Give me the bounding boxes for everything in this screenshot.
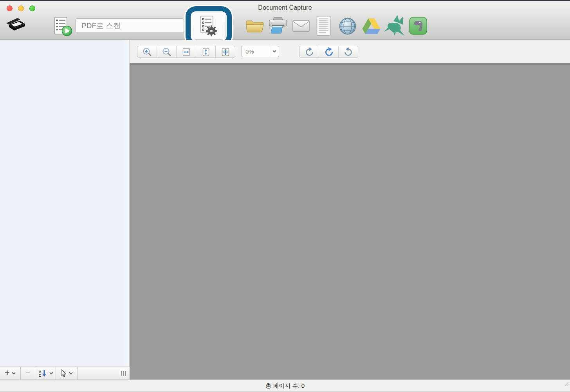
zoom-button-group bbox=[137, 46, 235, 58]
document-icon[interactable] bbox=[316, 16, 331, 36]
hummingbird-icon[interactable] bbox=[384, 15, 407, 36]
window-resize-grip[interactable] bbox=[563, 381, 569, 386]
document-preview-area bbox=[130, 63, 570, 379]
zoom-out-icon bbox=[162, 47, 171, 57]
fit-page-icon bbox=[221, 47, 230, 57]
scan-profile-select[interactable]: PDF로 스캔 bbox=[75, 18, 184, 33]
folder-icon[interactable] bbox=[246, 19, 264, 32]
zoom-level-value: 0% bbox=[242, 48, 270, 55]
window-title: Document Capture bbox=[0, 4, 570, 11]
zoom-level-select[interactable]: 0% bbox=[241, 46, 279, 57]
titlebar-toolbar: Document Capture bbox=[0, 1, 570, 40]
add-label: + bbox=[5, 369, 10, 377]
google-drive-icon[interactable] bbox=[362, 18, 381, 34]
scan-button[interactable] bbox=[54, 17, 72, 36]
rotate-button-group bbox=[299, 46, 358, 58]
select-tool-button[interactable] bbox=[56, 367, 77, 379]
status-bar: 총 페이지 수: 0 bbox=[0, 379, 570, 392]
rotate-left-icon bbox=[304, 47, 314, 57]
scan-profile-value: PDF로 스캔 bbox=[76, 21, 121, 31]
sort-az-icon: A Z bbox=[38, 369, 47, 377]
cursor-icon bbox=[61, 369, 67, 377]
fit-width-button[interactable] bbox=[177, 46, 196, 58]
chevron-down-icon bbox=[69, 372, 73, 375]
mail-icon[interactable] bbox=[292, 20, 310, 32]
job-list-panel bbox=[0, 40, 130, 367]
sort-items-button[interactable]: A Z bbox=[35, 367, 56, 379]
document-capture-window: Document Capture bbox=[0, 0, 570, 392]
printer-icon[interactable] bbox=[269, 17, 287, 34]
rotate-left-button[interactable] bbox=[299, 46, 319, 58]
fit-width-icon bbox=[182, 47, 191, 57]
fit-page-button[interactable] bbox=[216, 46, 235, 58]
panel-resize-grip[interactable] bbox=[121, 371, 126, 376]
remove-label: − bbox=[25, 368, 31, 377]
chevron-down-icon bbox=[12, 372, 16, 375]
fit-height-icon bbox=[201, 47, 211, 57]
zoom-in-button[interactable] bbox=[137, 46, 157, 58]
separator bbox=[77, 367, 78, 379]
add-item-button[interactable]: + bbox=[0, 367, 20, 379]
job-settings-button[interactable] bbox=[192, 13, 225, 40]
total-pages-text: 총 페이지 수: 0 bbox=[265, 382, 305, 390]
zoom-out-button[interactable] bbox=[157, 46, 177, 58]
job-settings-gear-icon bbox=[200, 15, 218, 37]
rotate-right-icon bbox=[343, 47, 354, 57]
chevron-down-icon bbox=[270, 46, 279, 57]
svg-text:A: A bbox=[39, 370, 41, 374]
remove-item-button[interactable]: − bbox=[21, 367, 35, 379]
svg-text:Z: Z bbox=[39, 374, 41, 377]
chevron-down-icon bbox=[49, 372, 53, 375]
zoom-in-icon bbox=[142, 47, 152, 57]
fit-height-button[interactable] bbox=[196, 46, 216, 58]
globe-icon[interactable] bbox=[339, 18, 356, 35]
evernote-icon[interactable] bbox=[409, 17, 427, 35]
rotate-180-button[interactable] bbox=[319, 46, 339, 58]
preview-toolbar: 0% bbox=[130, 40, 570, 63]
sidebar-toolbar: + − A Z bbox=[0, 367, 130, 379]
scanner-icon bbox=[5, 17, 26, 34]
rotate-right-button[interactable] bbox=[339, 46, 358, 58]
rotate-180-icon bbox=[324, 47, 334, 57]
